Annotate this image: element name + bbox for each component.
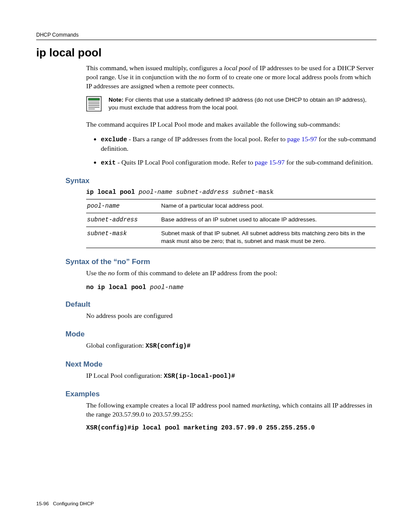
- running-header: DHCP Commands: [36, 32, 377, 38]
- bullet2-pre: - Quits IP Local Pool configuration mode…: [116, 159, 255, 166]
- intro-text-a: This command, when issued multiply, conf…: [86, 64, 224, 72]
- page-link[interactable]: page 15-97: [287, 135, 317, 143]
- param-desc: Name of a particular local address pool.: [160, 199, 376, 213]
- default-text: No address pools are configured: [86, 311, 377, 320]
- examples-heading: Examples: [36, 390, 377, 398]
- no-form-arg: pool-name: [150, 284, 184, 291]
- next-mode-line: IP Local Pool configuration: XSR(ip-loca…: [86, 371, 377, 381]
- note-text: Note: For clients that use a statically …: [109, 96, 377, 112]
- syntax-args2: mask: [258, 189, 274, 196]
- syntax-args: pool-name subnet-address subnet-: [139, 189, 258, 196]
- param-name: pool-name: [86, 199, 160, 213]
- cmd-exit: exit: [101, 159, 116, 166]
- table-row: subnet-address Base address of an IP sub…: [86, 213, 376, 227]
- bullet2-post: for the sub-command definition.: [285, 159, 373, 166]
- syntax-cmd: ip local pool: [86, 189, 139, 196]
- note-label: Note:: [109, 96, 124, 103]
- mode-text: Global configuration:: [86, 342, 146, 349]
- params-table: pool-name Name of a particular local add…: [86, 199, 376, 248]
- mode-line: Global configuration: XSR(config)#: [86, 341, 377, 351]
- examples-b: marketing: [252, 401, 279, 409]
- param-name: subnet-mask: [86, 227, 160, 248]
- note-block: Note: For clients that use a statically …: [86, 96, 377, 113]
- syntax-heading: Syntax: [36, 177, 377, 185]
- examples-a: The following example creates a local IP…: [86, 401, 252, 409]
- table-row: subnet-mask Subnet mask of that IP subne…: [86, 227, 376, 248]
- mode-cmd: XSR(config)#: [146, 342, 190, 349]
- bullet1-pre: - Bars a range of IP addresses from the …: [127, 135, 287, 143]
- intro-paragraph: This command, when issued multiply, conf…: [86, 64, 377, 91]
- mode-heading: Mode: [36, 330, 377, 339]
- no-form-heading: Syntax of the “no” Form: [36, 258, 377, 266]
- param-desc: Subnet mask of that IP subnet. All subne…: [160, 227, 376, 248]
- svg-rect-1: [88, 98, 100, 100]
- syntax-line: ip local pool pool-name subnet-address s…: [86, 188, 377, 196]
- no-form-c: form of this command to delete an IP add…: [115, 269, 277, 277]
- no-form-b: no: [108, 269, 115, 277]
- subcommand-list: exclude - Bars a range of IP addresses f…: [86, 134, 377, 167]
- next-mode-text: IP Local Pool configuration:: [86, 372, 164, 379]
- note-icon: [86, 96, 102, 113]
- note-body: For clients that use a statically define…: [109, 96, 367, 111]
- intro-term-localpool: local pool: [224, 64, 251, 72]
- list-item: exclude - Bars a range of IP addresses f…: [101, 134, 377, 153]
- no-form-text: Use the no form of this command to delet…: [86, 269, 377, 278]
- footer-page: 15-96: [36, 501, 49, 506]
- page-footer: 15-96 Configuring DHCP: [36, 501, 94, 506]
- page-link[interactable]: page 15-97: [255, 159, 285, 166]
- no-form-cmd: no ip local pool: [86, 284, 150, 291]
- no-form-a: Use the: [86, 269, 108, 277]
- table-row: pool-name Name of a particular local add…: [86, 199, 376, 213]
- param-desc: Base address of an IP subnet used to all…: [160, 213, 376, 227]
- no-form-syntax: no ip local pool pool-name: [86, 283, 377, 291]
- header-rule: [36, 40, 377, 40]
- cmd-exclude: exclude: [101, 136, 127, 143]
- next-mode-heading: Next Mode: [36, 360, 377, 369]
- default-heading: Default: [36, 300, 377, 309]
- examples-cmd: XSR(config)#ip local pool marketing 203.…: [86, 424, 377, 431]
- page-title: ip local pool: [36, 46, 377, 59]
- list-item: exit - Quits IP Local Pool configuration…: [101, 158, 377, 167]
- examples-text: The following example creates a local IP…: [86, 401, 377, 419]
- next-mode-cmd: XSR(ip-local-pool)#: [164, 373, 235, 380]
- param-name: subnet-address: [86, 213, 160, 227]
- intro-term-no: no: [199, 73, 206, 81]
- subcommand-intro: The command acquires IP Local Pool mode …: [86, 120, 377, 129]
- footer-label: Configuring DHCP: [53, 501, 94, 506]
